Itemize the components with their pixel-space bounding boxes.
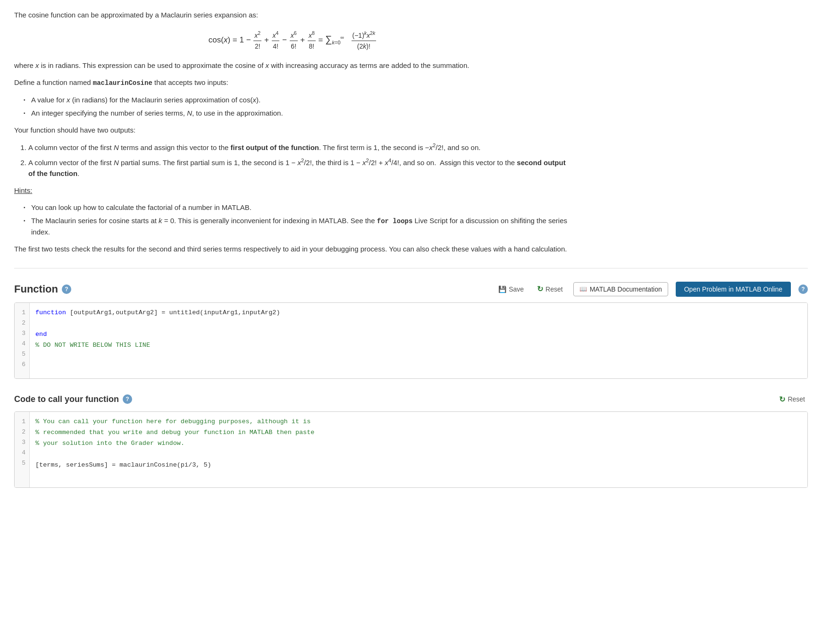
save-icon: 💾 (498, 285, 506, 293)
call-code-editor-inner: 1 2 3 4 5 % You can call your function h… (15, 412, 807, 487)
input-item-1: A value for x (in radians) for the Macla… (24, 94, 571, 106)
matlab-docs-label: MATLAB Documentation (590, 285, 662, 293)
description-area: The cosine function can be approximated … (14, 9, 571, 255)
call-line-num-2: 2 (18, 427, 25, 437)
line-numbers: 1 2 3 4 5 6 (15, 303, 30, 378)
function-code-editor[interactable]: 1 2 3 4 5 6 function [outputArg1,outputA… (14, 302, 808, 379)
call-line-num-1: 1 (18, 417, 25, 427)
call-reset-label: Reset (788, 395, 805, 403)
call-line-num-4: 4 (18, 448, 25, 458)
hints-list: You can look up how to calculate the fac… (24, 202, 571, 238)
output-item-2: A column vector of the first N partial s… (28, 157, 571, 179)
function-header: Function ? 💾 Save ↻ Reset 📖 MATLAB Docum… (14, 282, 808, 297)
open-matlab-help-icon[interactable]: ? (798, 284, 808, 294)
save-label: Save (509, 285, 524, 293)
call-line-num-3: 3 (18, 437, 25, 448)
define-text: Define a function named maclaurinCosine … (14, 77, 571, 88)
intro-text: The cosine function can be approximated … (14, 9, 571, 21)
reset-label: Reset (545, 285, 563, 293)
call-code-editor[interactable]: 1 2 3 4 5 % You can call your function h… (14, 411, 808, 488)
line-num-6: 6 (18, 360, 25, 370)
function-name-code: maclaurinCosine (93, 79, 152, 87)
call-line-numbers: 1 2 3 4 5 (15, 412, 30, 487)
line-num-1: 1 (18, 308, 25, 318)
input-item-2: An integer specifying the number of seri… (24, 108, 571, 119)
hints-label: Hints: (14, 185, 571, 196)
call-header: Code to call your function ? ↻ Reset (14, 393, 808, 406)
line-num-4: 4 (18, 339, 25, 349)
line-num-3: 3 (18, 328, 25, 339)
call-reset-icon: ↻ (779, 395, 785, 404)
call-reset-button[interactable]: ↻ Reset (776, 393, 808, 406)
line-num-5: 5 (18, 349, 25, 360)
function-section: Function ? 💾 Save ↻ Reset 📖 MATLAB Docum… (14, 282, 808, 379)
reset-icon: ↻ (537, 284, 543, 293)
reset-button[interactable]: ↻ Reset (534, 283, 566, 295)
output-item-1: A column vector of the first N terms and… (28, 142, 571, 153)
function-code-content[interactable]: function [outputArg1,outputArg2] = untit… (30, 303, 807, 378)
matlab-docs-icon: 📖 (579, 285, 587, 293)
open-matlab-label: Open Problem in MATLAB Online (684, 285, 782, 293)
function-help-icon[interactable]: ? (62, 284, 71, 294)
function-title-text: Function (14, 283, 58, 295)
hint-2: The Maclaurin series for cosine starts a… (24, 215, 571, 238)
save-button[interactable]: 💾 Save (495, 284, 527, 295)
divider-1 (14, 268, 808, 268)
outputs-list: A column vector of the first N terms and… (28, 142, 571, 179)
hint-1: You can look up how to calculate the fac… (24, 202, 571, 213)
call-help-icon[interactable]: ? (123, 394, 132, 404)
function-title: Function ? (14, 283, 71, 295)
open-matlab-button[interactable]: Open Problem in MATLAB Online (676, 282, 791, 297)
where-text: where x is in radians. This expression c… (14, 60, 571, 71)
matlab-docs-button[interactable]: 📖 MATLAB Documentation (573, 282, 668, 296)
call-title: Code to call your function ? (14, 394, 132, 404)
outputs-intro: Your function should have two outputs: (14, 125, 571, 136)
function-toolbar: 💾 Save ↻ Reset 📖 MATLAB Documentation Op… (495, 282, 808, 297)
footer-text: The first two tests check the results fo… (14, 243, 571, 255)
math-formula: cos(x) = 1 − x22! + x44! − x66! + x88! =… (14, 29, 571, 51)
call-line-num-5: 5 (18, 458, 25, 468)
call-section: Code to call your function ? ↻ Reset 1 2… (14, 393, 808, 488)
inputs-list: A value for x (in radians) for the Macla… (24, 94, 571, 119)
line-num-2: 2 (18, 318, 25, 328)
call-title-text: Code to call your function (14, 394, 119, 404)
call-code-content[interactable]: % You can call your function here for de… (30, 412, 807, 487)
code-editor-inner: 1 2 3 4 5 6 function [outputArg1,outputA… (15, 303, 807, 378)
